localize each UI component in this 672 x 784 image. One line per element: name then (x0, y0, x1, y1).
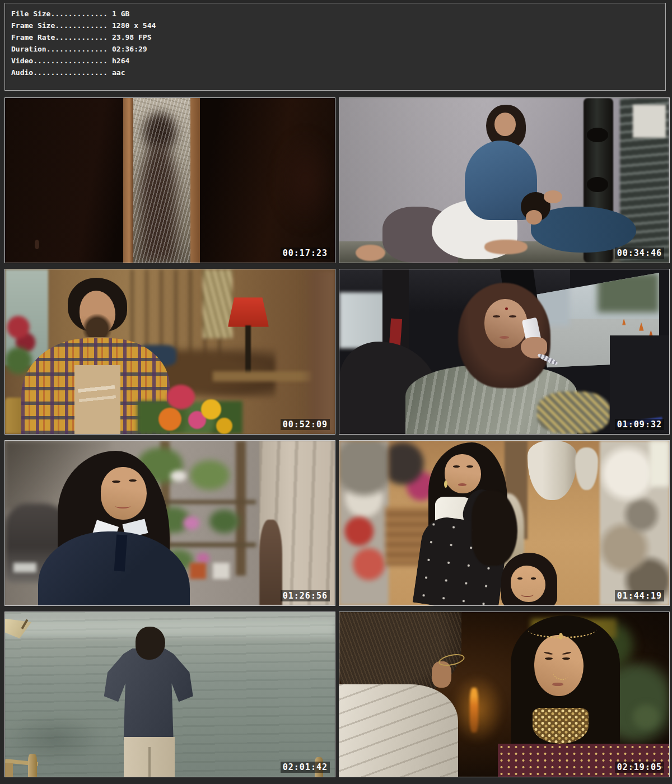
tan-tshirt (74, 365, 120, 434)
file-info-label: File Size (11, 10, 50, 18)
clasped-hands (484, 240, 528, 254)
post-knob-lower (587, 177, 608, 192)
tshirt-print (77, 382, 117, 415)
file-info-line-framesize: Frame Size............ 1280 x 544 (11, 20, 665, 31)
file-info-line-video: Video................. h264 (11, 55, 665, 67)
dark-water-patch (5, 714, 104, 763)
fence-post (28, 754, 36, 777)
child-smile (521, 592, 534, 596)
license-plate (13, 563, 36, 573)
bouquet-flower-yellow (201, 399, 221, 419)
file-info-label: Video (11, 57, 33, 65)
media-info-page: File Size............. 1 GB Frame Size..… (0, 0, 672, 784)
man-beard (82, 314, 112, 337)
eye-left (493, 315, 500, 317)
dot-leader: ............ (55, 21, 108, 30)
man-hair (136, 627, 165, 660)
striped-shawl (537, 391, 610, 434)
child-eye-left (517, 577, 522, 580)
bindi (505, 307, 508, 310)
door-frame-left (123, 98, 133, 263)
white-shirt-back (339, 684, 458, 777)
file-info-line-duration: Duration.............. 02:36:29 (11, 43, 665, 55)
screenshot-frame-8: 02:19:05 (339, 612, 670, 777)
ambient-glow (276, 131, 335, 230)
person-in-white (650, 441, 669, 487)
timestamp-overlay: 02:19:05 (615, 762, 664, 773)
movie-still-seashore (5, 612, 335, 777)
rear-window (339, 292, 385, 348)
adult-arm (259, 520, 282, 605)
movie-still-bride (339, 612, 669, 777)
eye-right (509, 315, 516, 317)
girl-face (101, 467, 147, 520)
file-info-label: Frame Size (11, 21, 55, 30)
small-urn (575, 447, 598, 490)
movie-still-frosted-door (5, 98, 335, 263)
timestamp-overlay: 02:01:42 (281, 762, 330, 773)
movie-still-girl-blazer (5, 441, 335, 605)
flower-pink (183, 516, 199, 530)
eye-left (453, 465, 460, 468)
bouquet-flower-pink-large (167, 385, 195, 409)
door-knob (35, 240, 39, 250)
bouquet-flower-orange (158, 408, 181, 431)
maang-tikka-pendant (559, 633, 563, 640)
wood-table (213, 371, 312, 381)
woman-face (445, 454, 481, 494)
plant-blob (190, 460, 230, 490)
eye-right (562, 657, 570, 660)
dot-leader: ............. (50, 10, 108, 18)
bare-feet (356, 245, 385, 261)
file-info-line-framerate: Frame Rate............ 23.98 FPS (11, 31, 665, 43)
woman-face (494, 113, 516, 136)
timestamp-overlay: 00:17:23 (281, 248, 330, 259)
file-info-panel: File Size............. 1 GB Frame Size..… (4, 3, 666, 91)
shelf-board (150, 500, 255, 504)
frosted-glass-panel (133, 98, 190, 263)
fence-post (5, 763, 13, 777)
movie-still-saree-outdoors (339, 441, 669, 605)
child-eye-right (531, 577, 536, 580)
file-info-value: 1 GB (112, 10, 129, 18)
eye-left (112, 480, 120, 483)
file-info-value: 1280 x 544 (112, 21, 156, 30)
earring (444, 480, 447, 488)
file-info-label: Duration (11, 45, 46, 53)
shirt-folds (339, 684, 458, 777)
foliage (598, 273, 659, 313)
dot-leader: ................. (33, 57, 108, 65)
screenshot-frame-2: 00:34:46 (339, 97, 670, 263)
timestamp-overlay: 00:52:09 (281, 419, 330, 430)
movie-still-consoling (339, 98, 669, 263)
eye-right (466, 465, 473, 468)
terracotta-pot (190, 563, 206, 579)
timestamp-overlay: 01:26:56 (281, 590, 330, 601)
file-info-line-audio: Audio................. aac (11, 67, 665, 78)
timestamp-overlay: 01:44:19 (615, 590, 664, 601)
white-pot (213, 563, 229, 579)
file-info-label: Audio (11, 68, 33, 77)
file-info-value: h264 (112, 57, 129, 65)
timestamp-overlay: 00:34:46 (615, 248, 664, 259)
blurred-foreground-person (302, 269, 335, 434)
horizon-haze (5, 620, 335, 637)
file-info-line-filesize: File Size............. 1 GB (11, 8, 665, 20)
plant-blob (209, 510, 239, 533)
drawer-box (633, 105, 666, 138)
woman-face (484, 299, 528, 348)
smile (115, 503, 130, 508)
candle-flame (470, 688, 478, 732)
mirror-sculpture-left (339, 441, 389, 605)
eye-left (545, 657, 553, 660)
timestamp-overlay: 01:09:32 (615, 419, 664, 430)
flower-white (170, 470, 186, 482)
woman-hand (544, 190, 562, 204)
file-info-label: Frame Rate (11, 33, 55, 41)
dot-leader: .............. (46, 45, 108, 53)
gold-necklace (533, 708, 589, 744)
movie-still-car-call (339, 269, 669, 434)
file-info-value: aac (112, 68, 125, 77)
dot-leader: ................. (33, 68, 108, 77)
striped-artwork (203, 269, 232, 338)
